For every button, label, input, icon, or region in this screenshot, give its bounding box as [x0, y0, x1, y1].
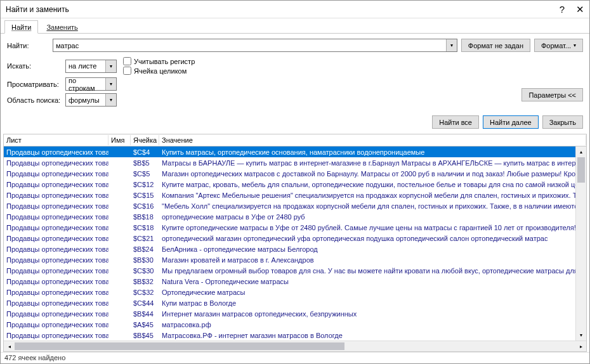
help-icon[interactable]: ? — [560, 4, 565, 14]
match-case-input[interactable] — [123, 57, 131, 65]
result-cell-value: Магазин кроватей и матрасов в г. Алексан… — [159, 256, 575, 264]
find-input[interactable] — [53, 39, 446, 51]
result-row[interactable]: Продавцы ортопедических товаров$B$5Матра… — [4, 157, 575, 168]
lookin-value: формулы — [66, 96, 105, 104]
result-row[interactable]: Продавцы ортопедических товаров$C$12Купи… — [4, 179, 575, 190]
scope-select[interactable]: на листе ▾ — [65, 60, 117, 73]
result-row[interactable]: Продавцы ортопедических товаров$B$44Инте… — [4, 308, 575, 319]
result-row[interactable]: Продавцы ортопедических товаров$B$18орто… — [4, 211, 575, 222]
result-cell-cell: $C$16 — [131, 202, 159, 210]
result-cell-sheet: Продавцы ортопедических товаров — [4, 331, 108, 339]
result-cell-sheet: Продавцы ортопедических товаров — [4, 277, 108, 285]
result-row[interactable]: Продавцы ортопедических товаров$C$32Орто… — [4, 287, 575, 297]
result-row[interactable]: Продавцы ортопедических товаров$C$5Магаз… — [4, 168, 575, 179]
col-sheet[interactable]: Лист — [4, 135, 108, 145]
match-case-checkbox[interactable]: Учитывать регистр — [123, 57, 195, 65]
results-panel: Лист Имя Ячейка Значение Продавцы ортопе… — [3, 134, 587, 352]
result-cell-name — [108, 162, 131, 163]
vertical-scrollbar[interactable]: ▴ ▾ — [575, 146, 586, 341]
col-cell[interactable]: Ячейка — [131, 135, 159, 145]
find-input-wrap[interactable]: ▾ — [53, 39, 457, 52]
result-row[interactable]: Продавцы ортопедических товаров$B$45Матр… — [4, 330, 575, 341]
find-next-button[interactable]: Найти далее — [483, 115, 539, 129]
direction-label: Просматривать: — [7, 81, 62, 88]
result-row[interactable]: Продавцы ортопедических товаров$B$30Мага… — [4, 254, 575, 265]
scroll-thumb[interactable] — [15, 342, 344, 350]
options-toggle-button[interactable]: Параметры << — [521, 88, 583, 101]
window-controls: ? ✕ — [560, 4, 584, 14]
close-button[interactable]: Закрыть — [542, 115, 583, 129]
scroll-down-icon[interactable]: ▾ — [576, 330, 586, 341]
horizontal-scrollbar[interactable]: ◂ ▸ — [4, 341, 586, 351]
results-header: Лист Имя Ячейка Значение — [4, 134, 586, 146]
scroll-left-icon[interactable]: ◂ — [4, 341, 15, 351]
result-cell-cell: $B$18 — [131, 212, 159, 221]
result-cell-value: Магазин ортопедических матрасов с достав… — [159, 169, 575, 178]
result-cell-sheet: Продавцы ортопедических товаров — [4, 191, 108, 199]
result-row[interactable]: Продавцы ортопедических товаров$C$44Купи… — [4, 297, 575, 308]
result-row[interactable]: Продавцы ортопедических товаров$C$18Купи… — [4, 222, 575, 233]
result-row[interactable]: Продавцы ортопедических товаров$C$15Комп… — [4, 190, 575, 200]
result-row[interactable]: Продавцы ортопедических товаров$C$21орто… — [4, 233, 575, 244]
result-row[interactable]: Продавцы ортопедических товаров$B$24БелА… — [4, 244, 575, 254]
result-cell-cell: $C$18 — [131, 223, 159, 231]
chevron-down-icon: ▾ — [105, 60, 116, 72]
result-row[interactable]: Продавцы ортопедических товаров$C$30Мы п… — [4, 265, 575, 276]
scroll-up-icon[interactable]: ▴ — [576, 146, 586, 157]
result-cell-value: Купить матрасы, ортопедические основания… — [159, 148, 575, 156]
form-area: Найти: ▾ Формат не задан Формат... ▾ Иск… — [1, 34, 589, 113]
result-cell-sheet: Продавцы ортопедических товаров — [4, 169, 108, 178]
result-cell-sheet: Продавцы ортопедических товаров — [4, 309, 108, 318]
scope-label: Искать: — [7, 62, 62, 70]
result-cell-name — [108, 216, 131, 217]
result-cell-name — [108, 335, 131, 335]
result-cell-cell: $C$44 — [131, 299, 159, 307]
result-cell-value: Купите ортопедические матрасы в Уфе от 2… — [159, 223, 575, 231]
whole-cell-checkbox[interactable]: Ячейка целиком — [123, 67, 195, 75]
status-bar: 472 ячеек найдено — [1, 352, 589, 363]
format-button[interactable]: Формат... ▾ — [534, 39, 583, 52]
scroll-right-icon[interactable]: ▸ — [575, 341, 586, 351]
tab-find[interactable]: Найти — [4, 20, 38, 34]
action-buttons: Найти все Найти далее Закрыть — [1, 113, 589, 134]
result-cell-name — [108, 324, 131, 325]
whole-cell-input[interactable] — [123, 67, 131, 75]
chevron-down-icon: ▾ — [574, 42, 576, 48]
result-cell-value: БелАрника - ортопедические матрасы Белго… — [159, 245, 575, 253]
result-cell-sheet: Продавцы ортопедических товаров — [4, 148, 108, 156]
result-cell-cell: $C$21 — [131, 234, 159, 242]
scroll-thumb[interactable] — [577, 157, 585, 183]
col-value[interactable]: Значение — [159, 135, 586, 145]
result-cell-value: Ортопедические матрасы — [159, 288, 575, 296]
result-cell-sheet: Продавцы ортопедических товаров — [4, 245, 108, 253]
result-cell-value: Купи матрас в Вологде — [159, 299, 575, 307]
result-cell-sheet: Продавцы ортопедических товаров — [4, 223, 108, 231]
close-icon[interactable]: ✕ — [576, 4, 584, 14]
result-cell-value: Natura Vera - Ортопедические матрасы — [159, 277, 575, 285]
result-cell-name — [108, 238, 131, 238]
result-cell-cell: $B$32 — [131, 277, 159, 285]
result-row[interactable]: Продавцы ортопедических товаров$C$16"Меб… — [4, 200, 575, 211]
result-cell-name — [108, 302, 131, 303]
find-all-button[interactable]: Найти все — [432, 115, 479, 129]
lookin-select[interactable]: формулы ▾ — [65, 93, 117, 107]
format-button-label: Формат... — [541, 42, 571, 49]
result-row[interactable]: Продавцы ортопедических товаров$B$32Natu… — [4, 276, 575, 287]
result-cell-name — [108, 173, 131, 174]
scroll-track[interactable] — [15, 341, 575, 351]
result-row[interactable]: Продавцы ортопедических товаров$A$45матр… — [4, 319, 575, 330]
window-title: Найти и заменить — [6, 5, 69, 14]
results-body: Продавцы ортопедических товаров$C$4Купит… — [4, 146, 586, 341]
col-name[interactable]: Имя — [108, 135, 131, 145]
scroll-track[interactable] — [576, 157, 586, 330]
result-cell-name — [108, 152, 131, 152]
result-cell-value: Компания "Артекс Мебельные решения" спец… — [159, 191, 575, 199]
result-cell-cell: $B$44 — [131, 309, 159, 318]
direction-select[interactable]: по строкам ▾ — [65, 77, 117, 91]
find-history-dropdown[interactable]: ▾ — [446, 39, 457, 51]
result-cell-name — [108, 313, 131, 314]
tab-replace[interactable]: Заменить — [39, 20, 84, 34]
result-row[interactable]: Продавцы ортопедических товаров$C$4Купит… — [4, 146, 575, 157]
result-cell-cell: $C$30 — [131, 266, 159, 275]
find-replace-dialog: Найти и заменить ? ✕ Найти Заменить Найт… — [0, 0, 590, 364]
